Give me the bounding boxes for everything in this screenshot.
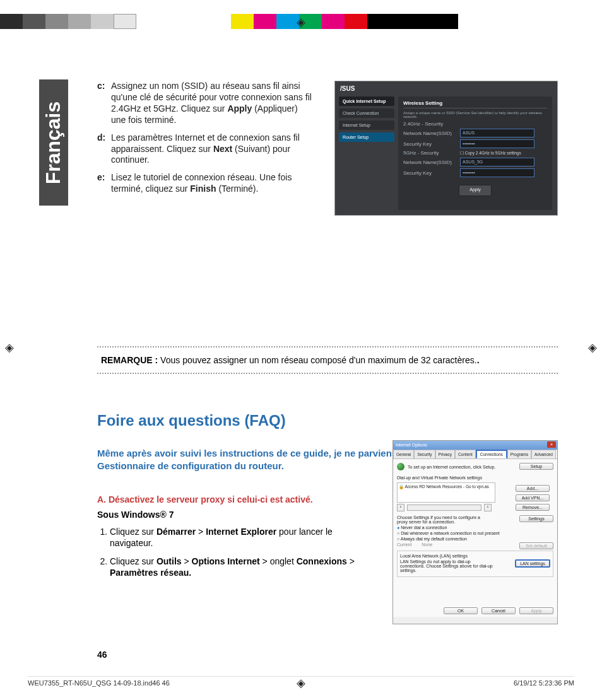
registration-mark-icon: ◈ (297, 15, 305, 29)
faq-heading: Foire aux questions (FAQ) (97, 412, 558, 429)
faq-step-2: Cliquez sur Outils > Options Internet > … (110, 556, 375, 578)
router-setup-screenshot: /SUS Quick Internet Setup Check Connecti… (334, 81, 558, 216)
step-e: e: Lisez le tutoriel de connexion réseau… (97, 172, 312, 195)
lan-fieldset: Local Area Network (LAN) settings LAN Se… (397, 551, 553, 577)
remove-button: Remove... (516, 504, 550, 511)
add-vpn-button: Add VPN... (516, 494, 550, 501)
page-number: 46 (97, 650, 107, 660)
setup-button: Setup (519, 463, 553, 470)
wireless-setting-panel: Wireless Setting Assign a unique name or… (398, 96, 552, 210)
router-sidebar: Quick Internet Setup Check Connection In… (339, 96, 394, 144)
faq-numbered-steps: Cliquez sur Démarrer > Internet Explorer… (97, 526, 375, 578)
panel-title: Wireless Setting (403, 100, 547, 108)
set-default-button: Set default (519, 542, 553, 549)
apply-button: Apply (459, 185, 492, 196)
dialog-titlebar: Internet Options× (393, 441, 557, 450)
radio-never-dial: Never dial a connection (397, 525, 553, 530)
key-5-input: •••••••• (460, 168, 534, 177)
cancel-button: Cancel (481, 607, 516, 614)
language-tab: Français (39, 79, 68, 206)
ssid-5-input: ASUS_5G (460, 158, 534, 166)
tab-connections: Connections (476, 450, 507, 458)
panel-hint: Assign a unique name or SSID (Service Se… (403, 111, 547, 119)
sidebar-item-selected: Router Setup (339, 132, 394, 142)
sidebar-item: Internet Setup (339, 120, 394, 130)
registration-mark-icon: ◈ (5, 341, 14, 354)
radio-always-dial: Always dial my default connection (397, 537, 553, 541)
print-footer: WEU7355_RT-N65U_QSG 14-09-18.ind46 46 6/… (28, 676, 574, 687)
internet-options-screenshot: Internet Options× GeneralSecurityPrivacy… (392, 440, 558, 624)
apply-dialog-button: Apply (519, 607, 553, 614)
lan-settings-button: LAN settings (515, 559, 550, 568)
globe-icon (397, 463, 404, 470)
close-icon: × (547, 441, 556, 448)
radio-dial-when: Dial whenever a network connection is no… (397, 531, 553, 535)
sidebar-header: Quick Internet Setup (339, 96, 394, 106)
step-c: c: Assignez un nom (SSID) au réseau sans… (97, 81, 312, 126)
key-24-input: •••••••• (460, 139, 534, 148)
settings-button: Settings (519, 515, 553, 522)
faq-step-1: Cliquez sur Démarrer > Internet Explorer… (110, 526, 375, 549)
note-block: REMARQUE : Vous pouvez assigner un nom r… (97, 346, 558, 374)
asus-logo: /SUS (340, 85, 355, 92)
ok-button: OK (444, 607, 478, 614)
ssid-24-input: ASUS (460, 129, 534, 137)
sidebar-item: Check Connection (339, 108, 394, 118)
dialog-tabs: GeneralSecurityPrivacyContent Connection… (393, 450, 557, 459)
setup-step-list: c: Assignez un nom (SSID) au réseau sans… (97, 81, 312, 195)
dialup-listbox: 🔒 Access RD Network Resources - Go to vp… (397, 482, 495, 503)
add-button: Add... (516, 485, 550, 492)
step-d: d: Les paramètres Internet et de connexi… (97, 132, 312, 166)
registration-mark-icon: ◈ (588, 341, 597, 354)
